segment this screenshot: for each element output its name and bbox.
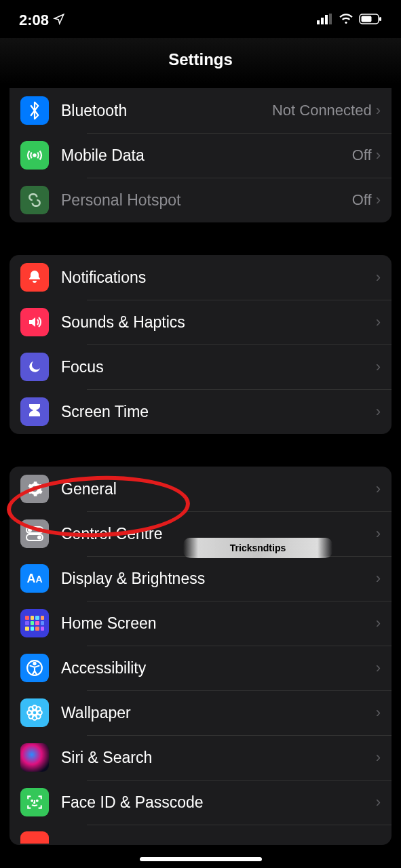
svg-rect-7 — [379, 17, 381, 21]
settings-group-system: General › Control Centre › AA Display & … — [9, 467, 392, 845]
svg-point-10 — [28, 528, 32, 532]
row-display-brightness[interactable]: AA Display & Brightness › — [9, 556, 392, 601]
row-wallpaper[interactable]: Wallpaper › — [9, 690, 392, 735]
row-mobile-data[interactable]: Mobile Data Off › — [9, 133, 392, 178]
chevron-right-icon: › — [376, 313, 381, 331]
chevron-right-icon: › — [376, 191, 381, 209]
gear-icon — [20, 475, 49, 503]
status-right — [317, 14, 382, 27]
svg-point-14 — [33, 663, 35, 665]
antenna-icon — [20, 141, 49, 170]
accessibility-icon — [20, 654, 49, 682]
row-focus[interactable]: Focus › — [9, 344, 392, 389]
svg-rect-2 — [325, 15, 328, 24]
row-screen-time[interactable]: Screen Time › — [9, 389, 392, 434]
status-bar: 2:08 — [0, 0, 401, 38]
speaker-icon — [20, 308, 49, 336]
hourglass-icon — [20, 397, 49, 426]
row-label: General — [61, 480, 376, 498]
chevron-right-icon: › — [376, 614, 381, 632]
row-label: Wallpaper — [61, 704, 376, 722]
chevron-right-icon: › — [376, 570, 381, 587]
row-label: Notifications — [61, 269, 376, 287]
row-label: Accessibility — [61, 659, 376, 677]
settings-group-notifications: Notifications › Sounds & Haptics › Focus… — [9, 255, 392, 434]
svg-rect-3 — [329, 14, 332, 24]
svg-rect-1 — [321, 18, 324, 24]
chevron-right-icon: › — [376, 146, 381, 164]
row-emergency[interactable] — [9, 825, 392, 845]
moon-icon — [20, 353, 49, 381]
row-personal-hotspot[interactable]: Personal Hotspot Off › — [9, 178, 392, 222]
chevron-right-icon: › — [376, 525, 381, 542]
app-grid-icon — [20, 609, 49, 637]
siri-icon — [20, 743, 49, 772]
svg-point-4 — [345, 22, 347, 24]
svg-rect-6 — [362, 16, 372, 22]
svg-point-26 — [37, 800, 38, 802]
settings-group-connectivity: Bluetooth Not Connected › Mobile Data Of… — [9, 88, 392, 222]
chevron-right-icon: › — [376, 269, 381, 286]
row-siri-search[interactable]: Siri & Search › — [9, 735, 392, 780]
svg-point-25 — [31, 800, 33, 802]
face-id-icon — [20, 788, 49, 816]
sos-icon — [20, 831, 49, 844]
wifi-icon — [339, 14, 354, 27]
row-value: Off — [352, 146, 372, 164]
chevron-right-icon: › — [376, 749, 381, 766]
row-label: Display & Brightness — [61, 570, 376, 588]
text-size-icon: AA — [20, 564, 49, 593]
cellular-signal-icon — [317, 14, 333, 27]
row-notifications[interactable]: Notifications › — [9, 255, 392, 300]
row-label: Face ID & Passcode — [61, 793, 376, 812]
row-label: Sounds & Haptics — [61, 313, 376, 332]
link-icon — [20, 186, 49, 214]
flower-icon — [20, 698, 49, 727]
battery-icon — [359, 14, 382, 27]
chevron-right-icon: › — [376, 793, 381, 811]
home-indicator — [140, 857, 262, 861]
row-sounds-haptics[interactable]: Sounds & Haptics › — [9, 300, 392, 344]
row-general[interactable]: General › — [9, 467, 392, 511]
svg-point-8 — [33, 154, 35, 156]
row-value: Not Connected — [272, 102, 372, 119]
bluetooth-icon — [20, 96, 49, 125]
row-accessibility[interactable]: Accessibility › — [9, 646, 392, 690]
row-label: Siri & Search — [61, 749, 376, 767]
chevron-right-icon: › — [376, 102, 381, 119]
svg-point-20 — [28, 707, 33, 711]
row-label: Home Screen — [61, 614, 376, 633]
svg-point-22 — [28, 714, 33, 719]
row-label: Mobile Data — [61, 146, 352, 165]
status-time: 2:08 — [19, 12, 49, 29]
row-label: Control Centre — [61, 525, 376, 543]
row-bluetooth[interactable]: Bluetooth Not Connected › — [9, 88, 392, 133]
location-arrow-icon — [53, 12, 65, 29]
row-face-id-passcode[interactable]: Face ID & Passcode › — [9, 780, 392, 825]
row-value: Off — [352, 191, 372, 209]
row-label: Bluetooth — [61, 102, 272, 120]
switches-icon — [20, 519, 49, 548]
svg-point-21 — [36, 707, 40, 711]
svg-point-12 — [37, 536, 41, 540]
row-label: Personal Hotspot — [61, 191, 352, 210]
row-control-centre[interactable]: Control Centre › — [9, 511, 392, 556]
row-label: Screen Time — [61, 403, 376, 421]
page-title: Settings — [0, 38, 401, 84]
svg-rect-0 — [317, 20, 320, 24]
svg-point-24 — [27, 750, 42, 765]
chevron-right-icon: › — [376, 403, 381, 420]
svg-point-23 — [36, 714, 40, 719]
chevron-right-icon: › — [376, 659, 381, 677]
chevron-right-icon: › — [376, 358, 381, 376]
row-label: Focus — [61, 358, 376, 376]
status-left: 2:08 — [19, 12, 65, 29]
svg-point-15 — [33, 711, 37, 715]
row-home-screen[interactable]: Home Screen › — [9, 601, 392, 646]
chevron-right-icon: › — [376, 480, 381, 498]
bell-icon — [20, 263, 49, 292]
chevron-right-icon: › — [376, 704, 381, 722]
